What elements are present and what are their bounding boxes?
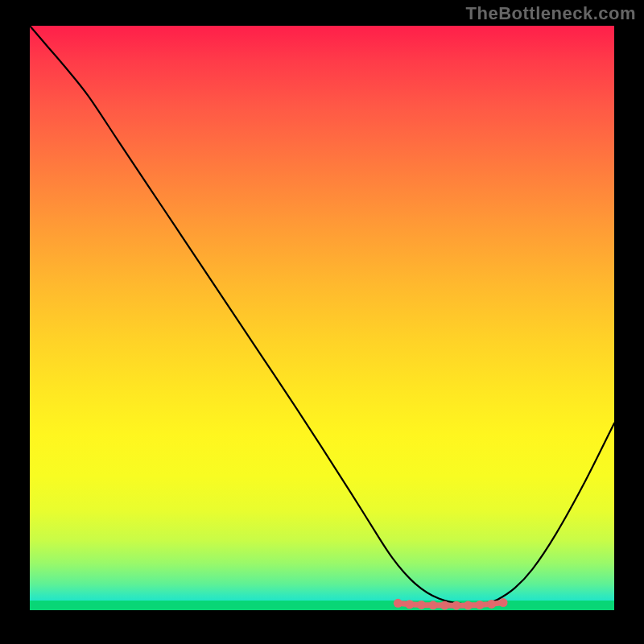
plot-area — [30, 26, 614, 610]
watermark-text: TheBottleneck.com — [466, 3, 636, 24]
bottleneck-curve-line — [30, 26, 614, 605]
chart-frame: TheBottleneck.com — [0, 0, 644, 644]
chart-svg-overlay — [30, 26, 614, 610]
gradient-bottom-band — [30, 601, 614, 610]
